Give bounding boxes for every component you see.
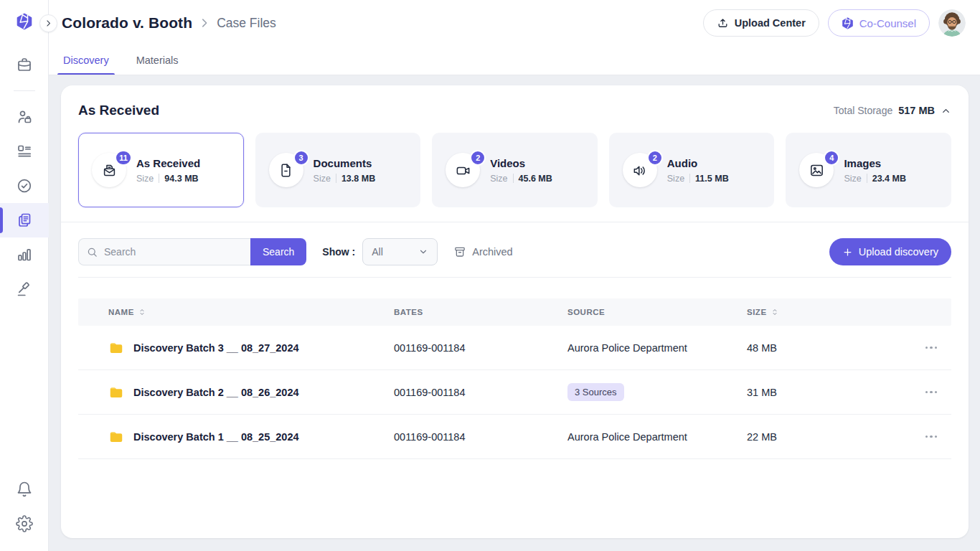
sidebar-item-case-files[interactable]: [0, 203, 49, 237]
bates-range: 001169-001184: [394, 342, 567, 354]
tab-discovery[interactable]: Discovery: [62, 46, 110, 75]
panel-title: As Received: [78, 103, 159, 118]
size-divider: [689, 174, 690, 183]
size-label: Size: [314, 174, 331, 184]
table-header-row: NAME BATES SOURCE SIZE: [78, 298, 951, 326]
archive-icon: [453, 245, 466, 258]
column-header-size[interactable]: SIZE: [747, 308, 911, 316]
sidebar-expand-button[interactable]: [39, 14, 57, 32]
batch-size: 48 MB: [747, 342, 911, 354]
tab-materials[interactable]: Materials: [135, 46, 180, 75]
size-divider: [513, 174, 514, 183]
category-title: Audio: [667, 157, 729, 169]
row-actions-menu[interactable]: [911, 385, 951, 400]
folder-icon: [108, 429, 124, 445]
category-title: Videos: [490, 157, 552, 169]
batch-name[interactable]: Discovery Batch 2 __ 08_26_2024: [133, 387, 299, 398]
chevron-up-icon: [941, 105, 951, 116]
task-list-icon: [16, 143, 33, 160]
source-name: Aurora Police Department: [567, 431, 747, 443]
sidebar-item-approvals[interactable]: [0, 169, 49, 203]
search-input[interactable]: [104, 246, 243, 258]
category-card-videos[interactable]: 2 Videos Size 45.6 MB: [432, 133, 598, 207]
sidebar: [0, 0, 49, 551]
count-badge: 3: [293, 150, 309, 166]
count-badge: 2: [647, 150, 663, 166]
folder-icon: [108, 340, 124, 356]
sidebar-item-clients[interactable]: [0, 100, 49, 134]
size-label: Size: [136, 174, 154, 184]
sidebar-item-notifications[interactable]: [0, 472, 49, 507]
category-card-documents[interactable]: 3 Documents Size 13.8 MB: [255, 133, 421, 207]
briefcase-icon: [16, 56, 33, 73]
upload-center-label: Upload Center: [735, 17, 806, 29]
table-row[interactable]: Discovery Batch 2 __ 08_26_2024 001169-0…: [78, 370, 951, 415]
category-card-audio[interactable]: 2 Audio Size 11.5 MB: [609, 133, 775, 207]
co-counsel-label: Co-Counsel: [859, 17, 916, 29]
show-filter-select[interactable]: All: [362, 238, 438, 265]
size-value: 23.4 MB: [872, 174, 906, 184]
co-counsel-button[interactable]: Co-Counsel: [828, 9, 930, 37]
search-button[interactable]: Search: [250, 238, 306, 265]
plus-icon: [842, 247, 853, 258]
archived-filter-button[interactable]: Archived: [453, 245, 512, 258]
size-value: 11.5 MB: [695, 174, 729, 184]
bell-icon: [16, 481, 33, 498]
bates-range: 001169-001184: [394, 431, 567, 443]
toolbar-divider: [78, 277, 951, 278]
batch-name[interactable]: Discovery Batch 1 __ 08_25_2024: [133, 431, 299, 443]
batch-name[interactable]: Discovery Batch 3 __ 08_27_2024: [133, 342, 299, 354]
search-icon: [86, 246, 98, 258]
size-label: Size: [844, 174, 861, 184]
total-storage-toggle[interactable]: Total Storage 517 MB: [834, 105, 951, 116]
size-value: 94.3 MB: [164, 174, 198, 184]
column-header-name[interactable]: NAME: [108, 308, 394, 316]
table-row[interactable]: Discovery Batch 1 __ 08_25_2024 001169-0…: [78, 415, 951, 459]
check-circle-icon: [16, 177, 33, 194]
co-counsel-logo-icon: [842, 17, 854, 29]
sidebar-item-tasks[interactable]: [0, 134, 49, 169]
gear-icon: [16, 515, 33, 532]
chevron-right-icon: [44, 19, 53, 28]
chevron-down-icon: [418, 247, 428, 257]
user-avatar[interactable]: [938, 9, 966, 37]
upload-discovery-button[interactable]: Upload discovery: [829, 238, 951, 265]
category-title: Documents: [314, 157, 376, 169]
size-value: 13.8 MB: [341, 174, 375, 184]
sort-icon: [771, 308, 779, 316]
sidebar-item-analytics[interactable]: [0, 237, 49, 272]
sidebar-item-settings[interactable]: [0, 507, 49, 541]
bates-range: 001169-001184: [394, 387, 567, 398]
header: Colorado v. Booth Case Files Upload Cent…: [49, 0, 980, 46]
table-row[interactable]: Discovery Batch 3 __ 08_27_2024 001169-0…: [78, 326, 951, 370]
search-field: [78, 238, 250, 265]
category-card-images[interactable]: 4 Images Size 23.4 MB: [786, 133, 951, 207]
row-actions-menu[interactable]: [911, 430, 951, 444]
show-filter-value: All: [372, 246, 383, 258]
category-cards: 11 As Received Size 94.3 MB: [78, 133, 951, 207]
analytics-icon: [16, 246, 33, 263]
count-badge: 2: [470, 150, 486, 166]
show-filter-label: Show :: [322, 246, 355, 258]
total-storage-label: Total Storage: [834, 105, 893, 116]
sources-count-badge[interactable]: 3 Sources: [567, 383, 624, 401]
discovery-table: NAME BATES SOURCE SIZE: [78, 298, 951, 459]
size-label: Size: [667, 174, 684, 184]
chevron-right-icon: [198, 17, 211, 29]
case-title[interactable]: Colorado v. Booth: [62, 14, 192, 32]
folder-icon: [108, 385, 124, 400]
sidebar-item-cases[interactable]: [0, 47, 49, 82]
column-header-source: SOURCE: [567, 308, 747, 316]
gavel-icon: [16, 281, 33, 298]
category-title: As Received: [136, 157, 200, 169]
upload-center-button[interactable]: Upload Center: [703, 9, 819, 37]
case-files-icon: [16, 212, 33, 229]
row-actions-menu[interactable]: [911, 341, 951, 355]
size-value: 45.6 MB: [519, 174, 552, 184]
archived-label: Archived: [472, 246, 512, 258]
batch-size: 22 MB: [747, 431, 911, 443]
breadcrumb: Colorado v. Booth Case Files: [62, 14, 276, 32]
sidebar-item-legal[interactable]: [0, 272, 49, 306]
category-card-as-received[interactable]: 11 As Received Size 94.3 MB: [78, 133, 244, 207]
upload-icon: [717, 17, 729, 29]
